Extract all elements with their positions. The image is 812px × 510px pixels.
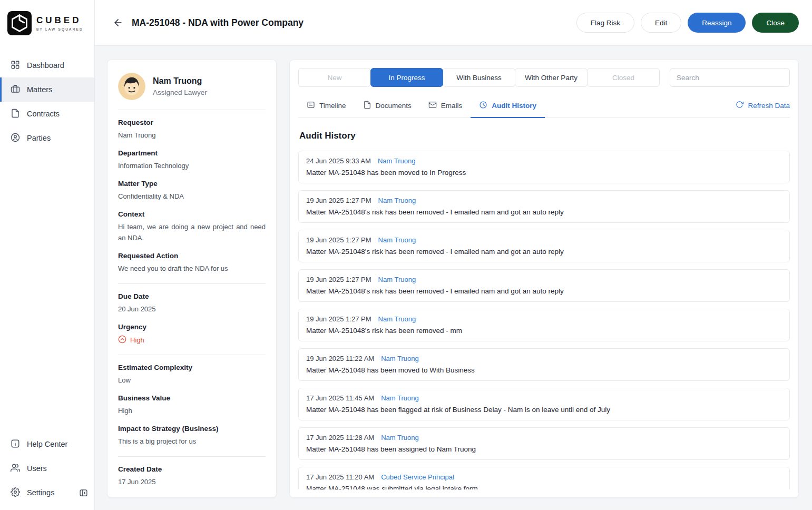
urgency-text: High bbox=[130, 336, 144, 344]
audit-entry-user-link[interactable]: Nam Truong bbox=[378, 315, 416, 323]
back-arrow-icon[interactable] bbox=[113, 17, 123, 28]
field-label: Matter Type bbox=[118, 180, 266, 188]
sidebar-item-settings[interactable]: Settings bbox=[0, 480, 79, 505]
audit-entry-message: Matter MA-251048 has been moved to With … bbox=[306, 366, 782, 374]
audit-entry-user-link[interactable]: Nam Truong bbox=[378, 276, 416, 283]
field-department: Department Information Technology bbox=[118, 149, 266, 171]
audit-history-list: 24 Jun 2025 9:33 AM Nam Truong Matter MA… bbox=[298, 151, 790, 489]
sidebar-item-parties[interactable]: Parties bbox=[0, 126, 94, 150]
audit-entry-user-link[interactable]: Nam Truong bbox=[378, 157, 416, 165]
field-label: Requestor bbox=[118, 119, 266, 126]
audit-entry-user-link[interactable]: Nam Truong bbox=[381, 434, 419, 442]
info-icon bbox=[11, 439, 20, 450]
field-label: Estimated Complexity bbox=[118, 364, 266, 371]
sidebar-item-label: Dashboard bbox=[27, 61, 64, 70]
reassign-button[interactable]: Reassign bbox=[688, 13, 746, 33]
field-label: Department bbox=[118, 149, 266, 157]
audit-entry: 17 Jun 2025 11:20 AM Cubed Service Princ… bbox=[298, 467, 790, 489]
audit-entry-message: Matter MA-251048 was submitted via legal… bbox=[306, 485, 782, 489]
sidebar-item-label: Contracts bbox=[27, 110, 60, 118]
status-tab-with-business[interactable]: With Business bbox=[443, 68, 515, 87]
audit-entry-message: Matter MA-251048 has been moved to In Pr… bbox=[306, 169, 782, 176]
sidebar-item-matters[interactable]: Matters bbox=[0, 77, 94, 102]
sidebar: CUBED BY LAW SQUARED Dashboard Matters bbox=[0, 0, 95, 510]
field-due-date: Due Date 20 Jun 2025 bbox=[118, 292, 266, 315]
audit-entry-timestamp: 19 Jun 2025 1:27 PM bbox=[306, 276, 371, 283]
main-area: MA-251048 - NDA with Power Company Flag … bbox=[95, 0, 812, 510]
tab-label: Audit History bbox=[492, 102, 536, 110]
audit-entry-timestamp: 19 Jun 2025 1:27 PM bbox=[306, 197, 371, 204]
audit-entry-timestamp: 19 Jun 2025 1:27 PM bbox=[306, 315, 371, 323]
edit-button[interactable]: Edit bbox=[641, 13, 681, 33]
field-label: Created Date bbox=[118, 465, 266, 473]
users-icon bbox=[11, 463, 20, 474]
matter-workspace-panel: New In Progress With Business With Other… bbox=[289, 60, 799, 498]
tab-timeline[interactable]: Timeline bbox=[298, 95, 355, 118]
sidebar-nav: Dashboard Matters Contracts Parties bbox=[0, 53, 94, 150]
field-value: High bbox=[118, 406, 266, 416]
audit-entry-timestamp: 24 Jun 2025 9:33 AM bbox=[306, 157, 371, 165]
status-tab-new[interactable]: New bbox=[298, 68, 371, 87]
tab-audit-history[interactable]: Audit History bbox=[471, 95, 545, 118]
refresh-label: Refresh Data bbox=[748, 102, 790, 110]
field-complexity: Estimated Complexity Low bbox=[118, 364, 266, 386]
audit-entry-message: Matter MA-251048 has been flagged at ris… bbox=[306, 406, 782, 414]
envelope-icon bbox=[428, 101, 437, 111]
field-value: 20 Jun 2025 bbox=[118, 304, 266, 315]
brand-logo: CUBED BY LAW SQUARED bbox=[0, 0, 94, 46]
sidebar-item-label: Matters bbox=[27, 85, 52, 94]
sidebar-item-contracts[interactable]: Contracts bbox=[0, 102, 94, 126]
assignee-block: Nam Truong Assigned Lawyer bbox=[118, 73, 266, 100]
audit-entry-user-link[interactable]: Cubed Service Principal bbox=[381, 473, 454, 481]
field-context: Context Hi team, we are doing a new proj… bbox=[118, 210, 266, 243]
audit-entry-message: Matter MA-251048's risk has been removed… bbox=[306, 327, 782, 335]
sidebar-item-dashboard[interactable]: Dashboard bbox=[0, 53, 94, 77]
audit-entry-message: Matter MA-251048's risk has been removed… bbox=[306, 208, 782, 216]
field-value: 17 Jun 2025 bbox=[118, 477, 266, 487]
topbar: MA-251048 - NDA with Power Company Flag … bbox=[95, 0, 812, 46]
cubed-logo-icon bbox=[7, 11, 32, 35]
audit-entry-timestamp: 19 Jun 2025 11:22 AM bbox=[306, 355, 374, 362]
audit-entry-timestamp: 17 Jun 2025 11:28 AM bbox=[306, 434, 374, 442]
field-urgency: Urgency High bbox=[118, 323, 266, 345]
brand-subtitle: BY LAW SQUARED bbox=[36, 27, 83, 31]
page-title: MA-251048 - NDA with Power Company bbox=[132, 17, 304, 28]
field-requestor: Requestor Nam Truong bbox=[118, 119, 266, 141]
field-value: This is a big project for us bbox=[118, 436, 266, 447]
audit-entry-user-link[interactable]: Nam Truong bbox=[378, 197, 416, 204]
content-tabs: Timeline Documents Emails bbox=[298, 95, 790, 118]
status-tab-closed[interactable]: Closed bbox=[587, 68, 660, 87]
collapse-sidebar-icon[interactable] bbox=[79, 488, 88, 497]
urgency-badge: High bbox=[118, 335, 266, 345]
field-matter-type: Matter Type Confidentiality & NDA bbox=[118, 180, 266, 202]
sidebar-item-label: Parties bbox=[27, 134, 51, 142]
gear-icon bbox=[11, 487, 20, 498]
audit-entry-user-link[interactable]: Nam Truong bbox=[378, 236, 416, 244]
status-segmented-control: New In Progress With Business With Other… bbox=[298, 68, 660, 87]
close-button[interactable]: Close bbox=[752, 13, 799, 33]
status-row: New In Progress With Business With Other… bbox=[298, 68, 790, 87]
audit-entry-message: Matter MA-251048 has been assigned to Na… bbox=[306, 445, 782, 453]
audit-entry: 19 Jun 2025 1:27 PM Nam Truong Matter MA… bbox=[298, 190, 790, 223]
briefcase-icon bbox=[11, 84, 20, 95]
field-label: Business Value bbox=[118, 394, 266, 402]
status-tab-with-other-party[interactable]: With Other Party bbox=[515, 68, 588, 87]
sidebar-item-users[interactable]: Users bbox=[0, 456, 94, 480]
flag-risk-button[interactable]: Flag Risk bbox=[576, 13, 634, 33]
divider bbox=[118, 456, 266, 457]
audit-entry: 24 Jun 2025 9:33 AM Nam Truong Matter MA… bbox=[298, 151, 790, 183]
audit-entry-user-link[interactable]: Nam Truong bbox=[381, 394, 419, 402]
tab-emails[interactable]: Emails bbox=[420, 95, 471, 118]
sidebar-item-label: Settings bbox=[27, 488, 54, 497]
tab-label: Timeline bbox=[319, 102, 346, 110]
sidebar-item-label: Help Center bbox=[27, 440, 67, 448]
audit-entry-message: Matter MA-251048's risk has been removed… bbox=[306, 287, 782, 295]
audit-entry-user-link[interactable]: Nam Truong bbox=[381, 355, 419, 362]
urgency-high-icon bbox=[118, 335, 126, 345]
refresh-data-button[interactable]: Refresh Data bbox=[736, 101, 790, 112]
status-tab-in-progress[interactable]: In Progress bbox=[370, 68, 443, 87]
search-input[interactable] bbox=[670, 68, 790, 87]
tab-documents[interactable]: Documents bbox=[355, 95, 420, 118]
sidebar-item-help-center[interactable]: Help Center bbox=[0, 432, 94, 456]
sidebar-footer: Help Center Users Settings bbox=[0, 432, 94, 510]
